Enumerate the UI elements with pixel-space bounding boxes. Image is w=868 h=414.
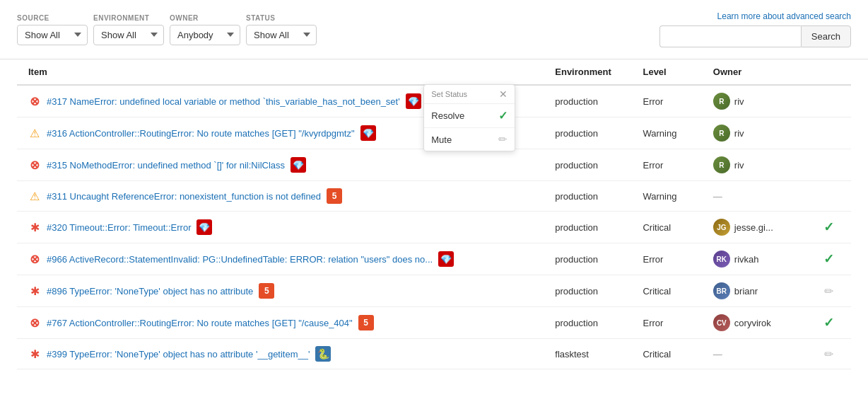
popup-close[interactable]: ✕: [499, 89, 508, 99]
col-action: [807, 59, 851, 85]
table-row: ⊗ #767 ActionController::RoutingError: N…: [17, 307, 851, 339]
env-cell: production: [544, 181, 631, 212]
issue-icon: ✱: [28, 284, 41, 297]
search-input[interactable]: [659, 25, 801, 47]
issue-link[interactable]: #311 Uncaught ReferenceError: nonexisten…: [47, 191, 321, 202]
filters: SOURCE Show All ENVIRONMENT Show All OWN…: [17, 14, 317, 45]
search-button[interactable]: Search: [801, 25, 851, 47]
item-cell: ⊗ #315 NoMethodError: undefined method `…: [17, 149, 544, 181]
table-row: ✱ #399 TypeError: 'NoneType' object has …: [17, 339, 851, 369]
owner-col: JG jesse.gi...: [702, 212, 807, 243]
filter-source: SOURCE Show All: [17, 14, 88, 45]
level-cell: Error: [631, 243, 701, 275]
env-cell: production: [544, 85, 631, 117]
avatar: JG: [713, 219, 730, 236]
owner-cell: JG jesse.gi...: [713, 219, 796, 236]
action-cell[interactable]: ✏: [807, 339, 851, 369]
item-cell: ⊗ #767 ActionController::RoutingError: N…: [17, 307, 544, 339]
owner-cell: R riv: [713, 93, 796, 110]
owner-dash: —: [713, 349, 722, 360]
issue-link[interactable]: #896 TypeError: 'NoneType' object has no…: [47, 286, 253, 297]
issue-icon: ✱: [28, 221, 41, 234]
table-row: ⊗ #317 NameError: undefined local variab…: [17, 85, 851, 117]
platform-badge-ruby: 💎: [360, 125, 376, 141]
action-cell[interactable]: [807, 85, 851, 117]
environment-select[interactable]: Show All: [93, 25, 164, 45]
env-cell: flasktest: [544, 339, 631, 369]
platform-badge-ruby: 💎: [406, 93, 421, 109]
issue-link[interactable]: #320 Timeout::Error: Timeout::Error: [47, 222, 191, 233]
action-cell[interactable]: ✓: [807, 307, 851, 339]
avatar: RK: [713, 251, 730, 268]
mute-icon[interactable]: ✏: [824, 285, 833, 297]
issue-icon: ⚠: [28, 127, 41, 139]
owner-select[interactable]: Anybody: [170, 25, 240, 45]
item-cell: ⊗ #317 NameError: undefined local variab…: [17, 85, 544, 117]
env-cell: production: [544, 149, 631, 181]
popup-mute-icon: ✏: [498, 133, 508, 146]
owner-name: coryvirok: [734, 318, 771, 328]
table-row: ✱ #896 TypeError: 'NoneType' object has …: [17, 275, 851, 307]
col-environment: Environment: [544, 59, 631, 85]
source-select[interactable]: Show All: [17, 25, 88, 45]
action-cell[interactable]: [807, 149, 851, 181]
owner-col: BR brianr: [702, 275, 807, 307]
item-cell: ✱ #320 Timeout::Error: Timeout::Error 💎: [17, 212, 544, 243]
owner-cell: CV coryvirok: [713, 314, 796, 331]
owner-name: riv: [734, 96, 744, 107]
table-row: ⚠ #311 Uncaught ReferenceError: nonexist…: [17, 181, 851, 212]
popup-resolve-item[interactable]: Resolve ✓: [424, 104, 515, 128]
advanced-search-link[interactable]: Learn more about advanced search: [717, 11, 851, 21]
search-box: Search: [659, 25, 851, 47]
action-cell[interactable]: ✏: [807, 275, 851, 307]
platform-badge-js: 5: [358, 315, 374, 330]
action-cell[interactable]: ✓: [807, 243, 851, 275]
owner-name: jesse.gi...: [734, 222, 773, 233]
status-select[interactable]: Show All: [246, 25, 317, 45]
avatar: R: [713, 125, 730, 142]
popup-resolve-label: Resolve: [431, 110, 464, 121]
action-cell[interactable]: [807, 181, 851, 212]
env-cell: production: [544, 243, 631, 275]
mute-icon[interactable]: ✏: [824, 348, 833, 360]
owner-col: R riv: [702, 117, 807, 149]
issue-link[interactable]: #316 ActionController::RoutingError: No …: [47, 128, 355, 139]
issue-link[interactable]: #315 NoMethodError: undefined method `[]…: [47, 160, 285, 171]
item-cell: ✱ #896 TypeError: 'NoneType' object has …: [17, 275, 544, 307]
issue-link[interactable]: #966 ActiveRecord::StatementInvalid: PG:…: [47, 254, 433, 265]
action-cell[interactable]: [807, 117, 851, 149]
issue-icon: ⊗: [28, 253, 41, 265]
resolve-icon[interactable]: ✓: [823, 316, 834, 330]
owner-col: CV coryvirok: [702, 307, 807, 339]
owner-col: —: [702, 339, 807, 369]
issue-icon: ⊗: [28, 159, 41, 171]
owner-cell: BR brianr: [713, 282, 796, 299]
resolve-icon[interactable]: ✓: [823, 252, 834, 266]
popup-mute-item[interactable]: Mute ✏: [424, 128, 515, 151]
item-cell: ⚠ #311 Uncaught ReferenceError: nonexist…: [17, 181, 544, 212]
owner-label: OWNER: [170, 14, 240, 22]
owner-col: R riv: [702, 149, 807, 181]
owner-dash: —: [713, 191, 722, 202]
level-cell: Critical: [631, 339, 701, 369]
issue-link[interactable]: #767 ActionController::RoutingError: No …: [47, 318, 353, 328]
col-owner: Owner: [702, 59, 807, 85]
table-row: ⊗ #966 ActiveRecord::StatementInvalid: P…: [17, 243, 851, 275]
issues-container: Item Environment Level Owner ⊗ #317 Name…: [0, 59, 868, 369]
search-area: Learn more about advanced search Search: [659, 11, 851, 47]
platform-badge-js: 5: [327, 188, 342, 204]
col-level: Level: [631, 59, 701, 85]
table-row: ✱ #320 Timeout::Error: Timeout::Error 💎 …: [17, 212, 851, 243]
issues-table: Item Environment Level Owner ⊗ #317 Name…: [17, 59, 851, 369]
issue-icon: ⚠: [28, 190, 41, 202]
issue-icon: ⊗: [28, 95, 41, 108]
filter-environment: ENVIRONMENT Show All: [93, 14, 164, 45]
owner-cell: RK rivkah: [713, 251, 796, 268]
owner-name: riv: [734, 128, 744, 139]
issue-icon: ⊗: [28, 316, 41, 329]
resolve-icon[interactable]: ✓: [823, 220, 834, 234]
issue-link[interactable]: #399 TypeError: 'NoneType' object has no…: [47, 349, 310, 360]
action-cell[interactable]: ✓: [807, 212, 851, 243]
platform-badge-python: 🐍: [315, 346, 331, 362]
issue-link[interactable]: #317 NameError: undefined local variable…: [47, 96, 400, 107]
